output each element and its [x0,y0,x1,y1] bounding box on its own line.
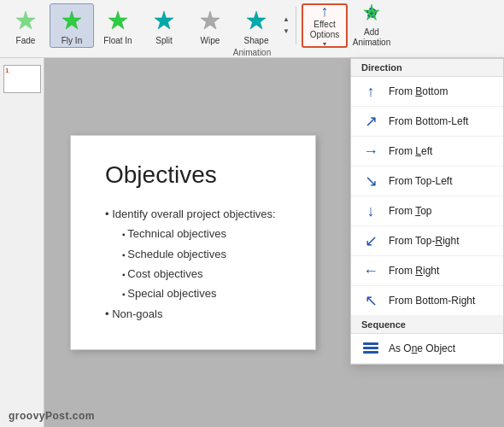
bullet-cost: Cost objectives [122,264,281,284]
direction-from-top[interactable]: ↓ From Top [351,196,503,226]
fade-icon [12,8,39,34]
flyin-icon [58,8,85,34]
shape-label: Shape [244,36,269,45]
animation-wipe[interactable]: Wipe [188,3,232,48]
svg-marker-1 [62,11,81,29]
animation-flyin[interactable]: Fly In [50,3,94,48]
direction-from-bottom[interactable]: ↑ From Bottom [351,77,503,107]
split-icon [150,8,178,34]
wipe-icon [196,8,224,34]
slide-number: 1 [5,67,9,74]
direction-section-header: Direction [351,59,503,77]
svg-marker-3 [155,11,173,29]
direction-from-top-right[interactable]: ↙ From Top-Right [351,226,503,256]
flyin-label: Fly In [62,36,82,45]
animation-fade[interactable]: Fade [3,3,48,48]
animation-floatin[interactable]: Float In [96,3,140,48]
animation-split[interactable]: Split [142,3,186,48]
from-top-right-icon: ↙ [361,231,380,250]
from-bottom-icon: ↑ [361,82,380,101]
from-left-icon: → [361,142,380,161]
ribbon-scroll[interactable]: ▲ ▼ [280,3,292,48]
floatin-icon [104,8,132,34]
from-top-icon: ↓ [361,202,380,220]
direction-from-bottom-right[interactable]: ↖ From Bottom-Right [351,286,503,316]
from-bottom-left-icon: ↗ [361,112,380,131]
effect-options-dropdown-arrow: ▾ [323,40,326,48]
fade-label: Fade [16,36,36,45]
ribbon-tools: Fade Fly In Float In [0,0,504,48]
bullet-nongoals: Non-goals [105,304,281,324]
from-left-label: From Left [389,145,432,157]
svg-rect-10 [363,347,378,349]
effect-options-button[interactable]: ↑ EffectOptions ▾ [302,3,348,48]
bullet-identify: Identify overall project objectives: Tec… [105,204,281,304]
sequence-as-one-object[interactable]: As One Object [351,334,503,364]
direction-from-top-left[interactable]: ↘ From Top-Left [351,167,503,196]
add-animation-button[interactable]: + AddAnimation [349,3,394,48]
from-top-left-label: From Top-Left [389,175,452,187]
effect-options-dropdown: Direction ↑ From Bottom ↗ From Bottom-Le… [350,58,504,365]
from-bottom-right-icon: ↖ [361,291,380,310]
from-top-label: From Top [389,205,431,217]
slides-panel: 1 [0,58,44,427]
floatin-label: Float In [103,36,132,45]
bullet-schedule: Schedule objectives [122,244,281,264]
slide-bullets: Identify overall project objectives: Tec… [105,204,281,324]
from-top-right-label: From Top-Right [389,235,460,247]
from-bottom-right-label: From Bottom-Right [389,295,475,307]
svg-marker-0 [16,11,35,29]
scroll-down-icon[interactable]: ▼ [281,26,291,37]
from-bottom-left-label: From Bottom-Left [389,115,468,127]
main-area: 1 Objectives Identify overall project ob… [0,58,504,427]
slide-canvas: Objectives Identify overall project obje… [70,135,316,350]
from-right-icon: ← [361,261,380,280]
direction-from-right[interactable]: ← From Right [351,256,503,286]
svg-rect-11 [363,351,378,354]
from-right-label: From Right [389,265,439,277]
watermark: groovyPost.com [9,410,95,422]
sequence-section-header: Sequence [351,316,503,334]
direction-from-left[interactable]: → From Left [351,137,503,167]
add-animation-label: AddAnimation [353,27,390,48]
svg-marker-5 [247,11,266,29]
wipe-label: Wipe [201,36,220,45]
animation-shape[interactable]: Shape [234,3,278,48]
split-label: Split [155,36,172,45]
slide-thumbnail-1[interactable]: 1 [3,65,41,93]
effect-options-icon: ↑ [321,3,329,19]
shape-icon [243,8,270,34]
svg-marker-2 [108,11,127,29]
from-top-left-icon: ↘ [361,172,380,190]
as-one-object-icon [361,339,380,358]
scroll-up-icon[interactable]: ▲ [281,15,291,25]
as-one-object-label: As One Object [389,342,455,354]
svg-marker-4 [201,11,220,29]
direction-from-bottom-left[interactable]: ↗ From Bottom-Left [351,107,503,137]
ribbon: Fade Fly In Float In [0,0,504,58]
from-bottom-label: From Bottom [389,85,448,97]
slide-title: Objectives [105,161,281,189]
ribbon-divider [296,7,296,44]
svg-rect-9 [363,342,378,345]
effect-options-label: EffectOptions [310,20,339,40]
bullet-technical: Technical objectives [122,224,281,243]
ribbon-section-label: Animation [0,48,504,58]
add-animation-icon: + [362,3,381,26]
bullet-special: Special objectives [122,284,281,303]
svg-text:+: + [369,9,373,18]
